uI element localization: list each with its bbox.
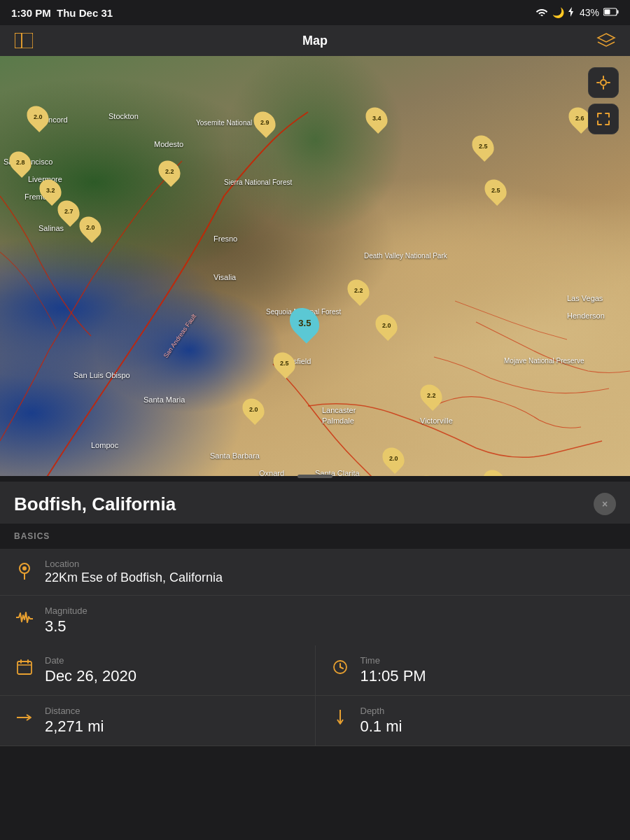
- distance-content: Distance 2,271 mi: [45, 706, 301, 736]
- svg-rect-1: [605, 10, 610, 15]
- panel-header: Bodfish, California ×: [0, 482, 630, 524]
- location-value: 22Km Ese of Bodfish, California: [45, 570, 616, 585]
- svg-point-9: [22, 566, 27, 570]
- moon-icon: 🌙: [552, 7, 564, 18]
- time-content: Time 11:05 PM: [360, 655, 617, 685]
- depth-half: Depth 0.1 mi: [315, 696, 631, 746]
- location-name: Bodfish, California: [14, 493, 176, 515]
- top-nav: Map: [0, 25, 630, 56]
- time-label: Time: [360, 655, 617, 666]
- svg-point-7: [601, 80, 606, 85]
- date-value: Dec 26, 2020: [45, 667, 301, 685]
- time-icon: [330, 657, 351, 678]
- distance-half: Distance 2,271 mi: [0, 696, 315, 746]
- page-title: Map: [302, 34, 328, 48]
- status-icons: 🌙 43%: [536, 7, 619, 19]
- magnitude-content: Magnitude 3.5: [45, 606, 616, 636]
- time-value: 11:05 PM: [360, 667, 617, 685]
- status-bar: 1:30 PM Thu Dec 31 🌙 43%: [0, 0, 630, 25]
- basics-section: BASICS: [0, 524, 630, 549]
- layers-button[interactable]: [594, 28, 619, 53]
- depth-icon: [330, 707, 351, 728]
- magnitude-icon: [14, 607, 35, 628]
- location-row: Location 22Km Ese of Bodfish, California: [0, 549, 630, 596]
- date-time-row: Date Dec 26, 2020 Time 11:05 PM: [0, 645, 630, 696]
- svg-marker-6: [598, 34, 615, 42]
- magnitude-value: 3.5: [45, 617, 616, 636]
- magnitude-label: Magnitude: [45, 606, 616, 616]
- svg-rect-2: [617, 10, 619, 14]
- depth-label: Depth: [360, 706, 617, 716]
- location-icon: [568, 7, 575, 19]
- section-label: BASICS: [14, 531, 50, 541]
- drag-handle[interactable]: [298, 475, 332, 478]
- svg-line-17: [340, 667, 343, 668]
- date-half: Date Dec 26, 2020: [0, 645, 315, 695]
- distance-depth-row: Distance 2,271 mi Depth 0.1 mi: [0, 696, 630, 746]
- location-button[interactable]: [588, 67, 619, 98]
- sidebar-toggle-button[interactable]: [11, 28, 36, 53]
- magnitude-row: Magnitude 3.5: [0, 596, 630, 645]
- location-label: Location: [45, 559, 616, 569]
- battery-icon: [603, 7, 619, 18]
- depth-content: Depth 0.1 mi: [360, 706, 617, 736]
- detail-panel: Bodfish, California × BASICS Location 22…: [0, 482, 630, 840]
- depth-value: 0.1 mi: [360, 718, 617, 736]
- map-container[interactable]: Concord Stockton Modesto Yosemite Nation…: [0, 56, 630, 476]
- svg-rect-4: [15, 33, 33, 48]
- expand-button[interactable]: [588, 104, 619, 134]
- status-time: 1:30 PM Thu Dec 31: [11, 7, 113, 19]
- date-icon: [14, 657, 35, 678]
- distance-label: Distance: [45, 706, 301, 716]
- location-icon: [14, 560, 35, 581]
- svg-rect-3: [15, 33, 22, 48]
- close-button[interactable]: ×: [594, 493, 616, 515]
- svg-rect-11: [18, 662, 31, 674]
- wifi-icon: [536, 7, 548, 18]
- info-rows: Location 22Km Ese of Bodfish, California…: [0, 549, 630, 645]
- time-half: Time 11:05 PM: [315, 645, 631, 695]
- date-label: Date: [45, 655, 301, 666]
- battery-percentage: 43%: [580, 7, 599, 18]
- date-content: Date Dec 26, 2020: [45, 655, 301, 685]
- distance-icon: [14, 707, 35, 728]
- distance-value: 2,271 mi: [45, 718, 301, 736]
- location-content: Location 22Km Ese of Bodfish, California: [45, 559, 616, 585]
- fault-lines: [0, 56, 630, 476]
